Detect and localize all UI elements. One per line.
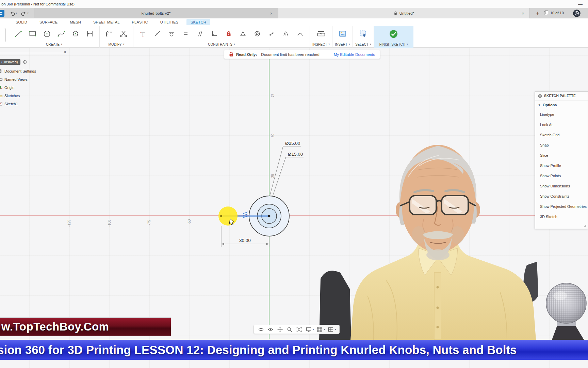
- select-group-label[interactable]: SELECT▾: [355, 42, 371, 47]
- select-group: SELECT▾: [353, 26, 374, 48]
- collinear-constraint-button[interactable]: [264, 27, 279, 41]
- browser-item-sketches[interactable]: Sketches: [0, 93, 20, 98]
- sketch-dimension-tool-button[interactable]: [83, 27, 97, 41]
- insert-group-label[interactable]: INSERT▾: [335, 42, 350, 47]
- palette-options-section[interactable]: ▼ Options: [535, 101, 588, 109]
- horizontal-vertical-constraint-button[interactable]: [136, 27, 150, 41]
- tangent-constraint-button[interactable]: [164, 27, 179, 41]
- browser-item-named-views[interactable]: Named Views: [0, 77, 28, 81]
- document-tab-untitled[interactable]: Untitled* ×: [278, 8, 530, 18]
- ribbon-tab-plastic[interactable]: PLASTIC: [128, 19, 152, 25]
- caret-down-icon[interactable]: ▾: [27, 12, 29, 15]
- line-tool-button[interactable]: [11, 27, 26, 41]
- palette-item-show-points[interactable]: Show Points: [535, 171, 588, 181]
- ribbon-tab-solid[interactable]: SOLID: [12, 19, 31, 25]
- midpoint-constraint-button[interactable]: [236, 27, 250, 41]
- document-tab-knurled-bolts[interactable]: knurled-bolts v2* ×: [34, 8, 278, 18]
- trim-tool-button[interactable]: [116, 27, 131, 41]
- rectangle-tool-button[interactable]: [26, 27, 40, 41]
- ribbon-tab-sketch[interactable]: SKETCH: [186, 19, 210, 25]
- select-tool-button[interactable]: [356, 27, 370, 41]
- browser-item-document-settings[interactable]: Document Settings: [0, 69, 36, 73]
- redo-button[interactable]: ▾: [20, 10, 29, 17]
- fit-button[interactable]: [295, 326, 303, 333]
- circle-tool-button[interactable]: [40, 27, 54, 41]
- data-panel-icon[interactable]: [0, 10, 4, 17]
- palette-item-label: Sketch Grid: [540, 133, 559, 137]
- finish-sketch-button[interactable]: [387, 27, 401, 41]
- curvature-constraint-button[interactable]: [293, 27, 307, 41]
- visibility-icon[interactable]: [23, 60, 27, 64]
- ribbon-tab-utilities[interactable]: UTILITIES: [156, 19, 182, 25]
- display-settings-button[interactable]: [304, 326, 313, 333]
- symmetry-constraint-button[interactable]: [279, 27, 293, 41]
- ribbon-tab-surface[interactable]: SURFACE: [35, 19, 62, 25]
- ribbon-tab-mesh[interactable]: MESH: [66, 19, 85, 25]
- palette-item-look-at[interactable]: Look At: [535, 120, 588, 130]
- constraints-group-label[interactable]: CONSTRAINTS▾: [136, 42, 307, 47]
- browser-root-row[interactable]: (Unsaved): [0, 59, 27, 65]
- close-tab-icon[interactable]: ×: [520, 11, 526, 16]
- caret-down-icon[interactable]: ▾: [324, 328, 325, 331]
- orbit-button[interactable]: [257, 326, 265, 333]
- diameter-dimension-outer[interactable]: Ø25.00: [270, 141, 301, 196]
- close-tab-icon[interactable]: ×: [268, 11, 274, 16]
- sketch-center-point[interactable]: [268, 215, 271, 217]
- palette-item-3d-sketch[interactable]: 3D Sketch: [535, 212, 588, 222]
- dimension-label-outer[interactable]: Ø25.00: [285, 141, 300, 146]
- grid-and-snaps-button[interactable]: [315, 326, 324, 333]
- sketch-endpoint[interactable]: [220, 215, 222, 217]
- caret-down-icon[interactable]: ▾: [313, 328, 314, 331]
- dimension-label-inner[interactable]: Ø15.00: [288, 152, 303, 157]
- sketch-palette-header[interactable]: SKETCH PALETTE: [535, 92, 588, 101]
- new-document-tab-icon[interactable]: +: [534, 10, 541, 17]
- undo-button[interactable]: ▾: [9, 10, 17, 17]
- palette-item-linetype[interactable]: Linetype: [535, 109, 588, 120]
- job-status-button[interactable]: [573, 10, 581, 17]
- look-at-button[interactable]: [266, 326, 275, 333]
- dimension-label-distance[interactable]: 30.00: [239, 238, 251, 243]
- insert-image-button[interactable]: [336, 27, 350, 41]
- collapse-browser-icon[interactable]: ◀: [63, 50, 66, 53]
- concentric-constraint-button[interactable]: [250, 27, 264, 41]
- create-group: CREATE▾: [9, 26, 99, 48]
- parallel-constraint-button[interactable]: [193, 27, 207, 41]
- readonly-label: Read-Only:: [236, 52, 257, 57]
- polygon-tool-button[interactable]: [68, 27, 83, 41]
- equal-constraint-button[interactable]: [179, 27, 193, 41]
- fillet-tool-button[interactable]: [102, 27, 116, 41]
- measure-tool-button[interactable]: [314, 27, 328, 41]
- palette-item-show-constraints[interactable]: Show Constraints: [535, 191, 588, 201]
- modify-group-label[interactable]: MODIFY▾: [102, 42, 131, 47]
- minimize-window-icon[interactable]: —: [578, 0, 583, 8]
- caret-down-icon[interactable]: ▾: [335, 328, 336, 331]
- finish-sketch-group[interactable]: FINISH SKETCH▾: [374, 26, 413, 48]
- fix-constraint-button[interactable]: [222, 27, 236, 41]
- palette-item-snap[interactable]: Snap: [535, 140, 588, 150]
- coincident-constraint-button[interactable]: [150, 27, 164, 41]
- palette-resize-handle[interactable]: [583, 224, 587, 228]
- palette-item-show-projected-geometries[interactable]: Show Projected Geometries: [535, 201, 588, 212]
- palette-item-show-dimensions[interactable]: Show Dimensions: [535, 181, 588, 191]
- finish-sketch-group-label[interactable]: FINISH SKETCH▾: [379, 42, 408, 47]
- create-group-label[interactable]: CREATE▾: [11, 42, 97, 47]
- caret-down-icon[interactable]: ▾: [16, 12, 17, 15]
- palette-item-show-profile[interactable]: Show Profile: [535, 160, 588, 171]
- diameter-dimension-inner[interactable]: Ø15.00: [270, 152, 304, 203]
- zoom-button[interactable]: [285, 326, 294, 333]
- browser-item-origin[interactable]: Origin: [0, 85, 14, 90]
- presenter-image: [316, 136, 541, 340]
- insert-group: INSERT▾: [332, 26, 353, 48]
- perpendicular-constraint-button[interactable]: [207, 27, 222, 41]
- ribbon-tab-sheet-metal[interactable]: SHEET METAL: [89, 19, 124, 25]
- spline-tool-button[interactable]: [54, 27, 68, 41]
- zoom-icon: [287, 326, 293, 333]
- viewports-button[interactable]: [326, 326, 335, 333]
- palette-item-sketch-grid[interactable]: Sketch Grid: [535, 130, 588, 140]
- my-editable-documents-link[interactable]: My Editable Documents: [334, 52, 375, 57]
- palette-item-slice[interactable]: Slice: [535, 150, 588, 160]
- browser-item-sketch1[interactable]: Sketch1: [0, 102, 18, 106]
- document-name-badge[interactable]: (Unsaved): [0, 59, 20, 65]
- pan-button[interactable]: [276, 326, 284, 333]
- inspect-group-label[interactable]: INSPECT▾: [312, 42, 330, 47]
